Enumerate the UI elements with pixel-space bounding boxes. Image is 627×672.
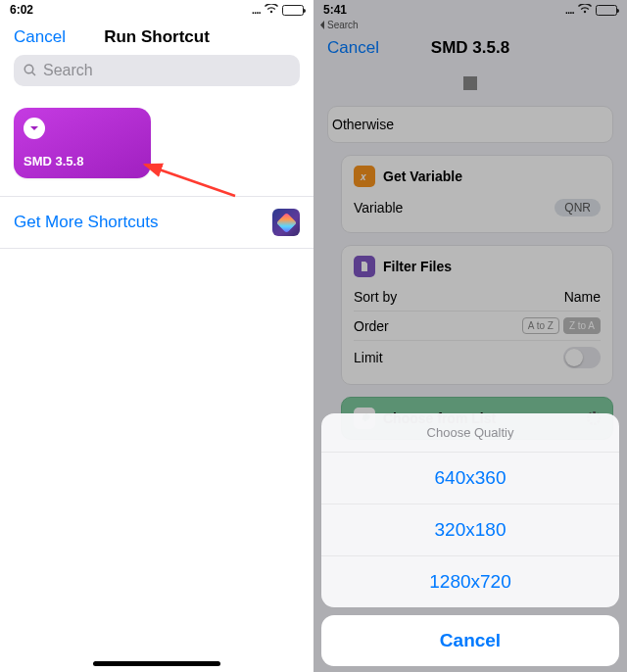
home-indicator xyxy=(93,661,220,666)
signal-dots: .... xyxy=(252,5,261,16)
shortcut-run-screen: 5:41 .... Search Cancel SMD 3.5.8 Otherw… xyxy=(314,0,627,672)
quality-action-sheet: Choose Qualtiy 640x360 320x180 1280x720 … xyxy=(321,413,619,666)
status-bar: 6:02 .... xyxy=(0,0,314,20)
status-icons: .... xyxy=(252,4,304,16)
tile-label: SMD 3.5.8 xyxy=(24,154,83,168)
sheet-title: Choose Qualtiy xyxy=(321,413,619,452)
search-placeholder: Search xyxy=(43,62,93,79)
sheet-cancel-button[interactable]: Cancel xyxy=(321,615,619,666)
wifi-icon xyxy=(265,4,278,16)
nav-bar: Cancel Run Shortcut xyxy=(0,20,314,55)
cancel-button[interactable]: Cancel xyxy=(14,27,72,47)
quality-option-2[interactable]: 1280x720 xyxy=(321,555,619,607)
quality-option-0[interactable]: 640x360 xyxy=(321,452,619,504)
chevron-down-icon xyxy=(24,118,45,139)
status-time: 6:02 xyxy=(10,3,33,17)
page-title: Run Shortcut xyxy=(72,27,241,47)
search-input[interactable]: Search xyxy=(14,55,300,86)
shortcut-picker-screen: 6:02 .... Cancel Run Shortcut Search SMD… xyxy=(0,0,314,672)
shortcut-tile-smd[interactable]: SMD 3.5.8 xyxy=(14,108,151,178)
quality-option-1[interactable]: 320x180 xyxy=(321,504,619,555)
shortcuts-app-icon xyxy=(272,209,300,236)
get-more-label: Get More Shortcuts xyxy=(14,213,158,232)
search-icon xyxy=(24,64,37,77)
get-more-shortcuts-row[interactable]: Get More Shortcuts xyxy=(0,196,314,249)
battery-icon xyxy=(282,5,304,16)
